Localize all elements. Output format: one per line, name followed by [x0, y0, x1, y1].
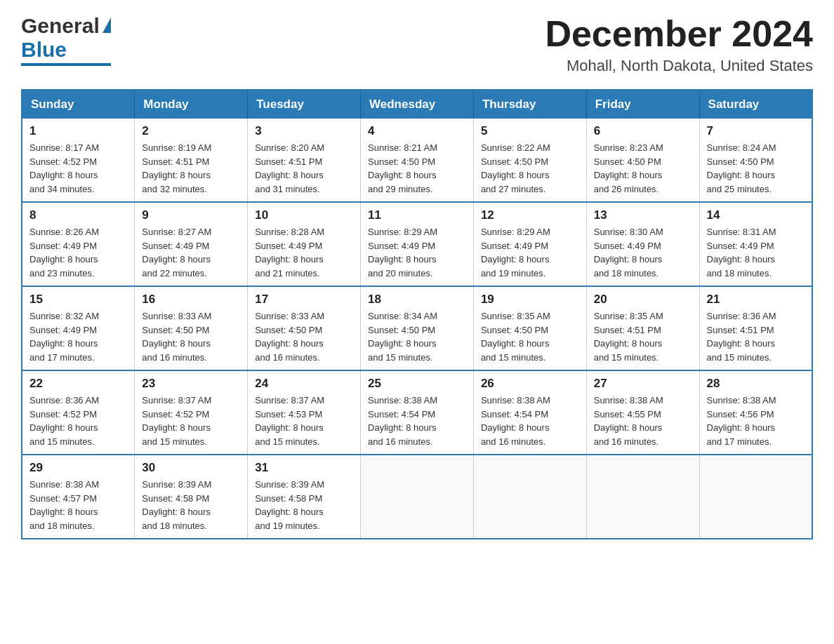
- day-info: Sunrise: 8:38 AM Sunset: 4:55 PM Dayligh…: [594, 394, 692, 448]
- table-row: 27 Sunrise: 8:38 AM Sunset: 4:55 PM Dayl…: [586, 370, 699, 455]
- table-row: 26 Sunrise: 8:38 AM Sunset: 4:54 PM Dayl…: [473, 370, 586, 455]
- day-info: Sunrise: 8:34 AM Sunset: 4:50 PM Dayligh…: [368, 309, 466, 364]
- day-number: 4: [368, 124, 466, 138]
- day-number: 9: [142, 208, 240, 222]
- calendar-week-2: 8 Sunrise: 8:26 AM Sunset: 4:49 PM Dayli…: [22, 202, 812, 286]
- day-info: Sunrise: 8:37 AM Sunset: 4:52 PM Dayligh…: [142, 394, 240, 448]
- day-number: 16: [142, 293, 240, 307]
- day-number: 13: [594, 208, 692, 222]
- calendar-week-3: 15 Sunrise: 8:32 AM Sunset: 4:49 PM Dayl…: [22, 286, 812, 370]
- day-number: 28: [707, 377, 805, 391]
- table-row: 15 Sunrise: 8:32 AM Sunset: 4:49 PM Dayl…: [22, 286, 135, 370]
- day-info: Sunrise: 8:28 AM Sunset: 4:49 PM Dayligh…: [255, 225, 353, 280]
- day-number: 26: [481, 377, 579, 391]
- calendar-week-1: 1 Sunrise: 8:17 AM Sunset: 4:52 PM Dayli…: [22, 119, 812, 202]
- header-wednesday: Wednesday: [361, 90, 474, 119]
- day-info: Sunrise: 8:33 AM Sunset: 4:50 PM Dayligh…: [142, 309, 240, 364]
- page-header: General Blue December 2024 Mohall, North…: [21, 14, 813, 75]
- title-section: December 2024 Mohall, North Dakota, Unit…: [545, 14, 813, 75]
- table-row: 23 Sunrise: 8:37 AM Sunset: 4:52 PM Dayl…: [135, 370, 248, 455]
- table-row: 31 Sunrise: 8:39 AM Sunset: 4:58 PM Dayl…: [248, 455, 361, 539]
- table-row: 12 Sunrise: 8:29 AM Sunset: 4:49 PM Dayl…: [473, 202, 586, 286]
- day-info: Sunrise: 8:23 AM Sunset: 4:50 PM Dayligh…: [594, 141, 692, 196]
- day-info: Sunrise: 8:29 AM Sunset: 4:49 PM Dayligh…: [481, 225, 579, 280]
- day-number: 15: [29, 293, 127, 307]
- day-info: Sunrise: 8:21 AM Sunset: 4:50 PM Dayligh…: [368, 141, 466, 196]
- table-row: 19 Sunrise: 8:35 AM Sunset: 4:50 PM Dayl…: [473, 286, 586, 370]
- day-number: 27: [594, 377, 692, 391]
- table-row: [361, 455, 474, 539]
- day-number: 10: [255, 208, 353, 222]
- table-row: 20 Sunrise: 8:35 AM Sunset: 4:51 PM Dayl…: [586, 286, 699, 370]
- day-info: Sunrise: 8:38 AM Sunset: 4:56 PM Dayligh…: [707, 394, 805, 448]
- table-row: 11 Sunrise: 8:29 AM Sunset: 4:49 PM Dayl…: [361, 202, 474, 286]
- table-row: 25 Sunrise: 8:38 AM Sunset: 4:54 PM Dayl…: [361, 370, 474, 455]
- header-tuesday: Tuesday: [248, 90, 361, 119]
- table-row: 13 Sunrise: 8:30 AM Sunset: 4:49 PM Dayl…: [586, 202, 699, 286]
- day-number: 3: [255, 124, 353, 138]
- day-info: Sunrise: 8:17 AM Sunset: 4:52 PM Dayligh…: [29, 141, 127, 196]
- header-thursday: Thursday: [473, 90, 586, 119]
- table-row: 2 Sunrise: 8:19 AM Sunset: 4:51 PM Dayli…: [135, 119, 248, 202]
- day-number: 23: [142, 377, 240, 391]
- day-info: Sunrise: 8:35 AM Sunset: 4:50 PM Dayligh…: [481, 309, 579, 364]
- table-row: 9 Sunrise: 8:27 AM Sunset: 4:49 PM Dayli…: [135, 202, 248, 286]
- calendar-week-4: 22 Sunrise: 8:36 AM Sunset: 4:52 PM Dayl…: [22, 370, 812, 455]
- day-info: Sunrise: 8:38 AM Sunset: 4:57 PM Dayligh…: [29, 478, 127, 532]
- calendar-header-row: Sunday Monday Tuesday Wednesday Thursday…: [22, 90, 812, 119]
- day-number: 18: [368, 293, 466, 307]
- table-row: 24 Sunrise: 8:37 AM Sunset: 4:53 PM Dayl…: [248, 370, 361, 455]
- day-info: Sunrise: 8:30 AM Sunset: 4:49 PM Dayligh…: [594, 225, 692, 280]
- day-info: Sunrise: 8:31 AM Sunset: 4:49 PM Dayligh…: [707, 225, 805, 280]
- table-row: [586, 455, 699, 539]
- logo: General Blue: [21, 14, 111, 66]
- table-row: 28 Sunrise: 8:38 AM Sunset: 4:56 PM Dayl…: [699, 370, 812, 455]
- logo-triangle-icon: [102, 18, 111, 33]
- day-number: 2: [142, 124, 240, 138]
- day-info: Sunrise: 8:22 AM Sunset: 4:50 PM Dayligh…: [481, 141, 579, 196]
- table-row: 21 Sunrise: 8:36 AM Sunset: 4:51 PM Dayl…: [699, 286, 812, 370]
- table-row: 3 Sunrise: 8:20 AM Sunset: 4:51 PM Dayli…: [248, 119, 361, 202]
- table-row: 7 Sunrise: 8:24 AM Sunset: 4:50 PM Dayli…: [699, 119, 812, 202]
- day-number: 7: [707, 124, 805, 138]
- day-info: Sunrise: 8:27 AM Sunset: 4:49 PM Dayligh…: [142, 225, 240, 280]
- day-info: Sunrise: 8:39 AM Sunset: 4:58 PM Dayligh…: [255, 478, 353, 532]
- table-row: 16 Sunrise: 8:33 AM Sunset: 4:50 PM Dayl…: [135, 286, 248, 370]
- logo-underline: [21, 63, 111, 66]
- table-row: 17 Sunrise: 8:33 AM Sunset: 4:50 PM Dayl…: [248, 286, 361, 370]
- table-row: 29 Sunrise: 8:38 AM Sunset: 4:57 PM Dayl…: [22, 455, 135, 539]
- logo-general-text: General: [21, 14, 100, 38]
- table-row: 22 Sunrise: 8:36 AM Sunset: 4:52 PM Dayl…: [22, 370, 135, 455]
- day-info: Sunrise: 8:37 AM Sunset: 4:53 PM Dayligh…: [255, 394, 353, 448]
- day-number: 20: [594, 293, 692, 307]
- day-number: 8: [29, 208, 127, 222]
- table-row: 5 Sunrise: 8:22 AM Sunset: 4:50 PM Dayli…: [473, 119, 586, 202]
- day-info: Sunrise: 8:35 AM Sunset: 4:51 PM Dayligh…: [594, 309, 692, 364]
- day-info: Sunrise: 8:24 AM Sunset: 4:50 PM Dayligh…: [707, 141, 805, 196]
- day-info: Sunrise: 8:19 AM Sunset: 4:51 PM Dayligh…: [142, 141, 240, 196]
- day-number: 29: [29, 461, 127, 475]
- day-info: Sunrise: 8:33 AM Sunset: 4:50 PM Dayligh…: [255, 309, 353, 364]
- day-info: Sunrise: 8:38 AM Sunset: 4:54 PM Dayligh…: [368, 394, 466, 448]
- header-monday: Monday: [135, 90, 248, 119]
- table-row: 8 Sunrise: 8:26 AM Sunset: 4:49 PM Dayli…: [22, 202, 135, 286]
- day-number: 6: [594, 124, 692, 138]
- day-info: Sunrise: 8:36 AM Sunset: 4:52 PM Dayligh…: [29, 394, 127, 448]
- day-number: 11: [368, 208, 466, 222]
- day-info: Sunrise: 8:39 AM Sunset: 4:58 PM Dayligh…: [142, 478, 240, 532]
- day-info: Sunrise: 8:26 AM Sunset: 4:49 PM Dayligh…: [29, 225, 127, 280]
- header-sunday: Sunday: [22, 90, 135, 119]
- table-row: [699, 455, 812, 539]
- day-number: 12: [481, 208, 579, 222]
- table-row: [473, 455, 586, 539]
- day-number: 22: [29, 377, 127, 391]
- location-subtitle: Mohall, North Dakota, United States: [545, 57, 813, 75]
- day-number: 14: [707, 208, 805, 222]
- table-row: 1 Sunrise: 8:17 AM Sunset: 4:52 PM Dayli…: [22, 119, 135, 202]
- table-row: 14 Sunrise: 8:31 AM Sunset: 4:49 PM Dayl…: [699, 202, 812, 286]
- day-number: 19: [481, 293, 579, 307]
- day-number: 30: [142, 461, 240, 475]
- table-row: 30 Sunrise: 8:39 AM Sunset: 4:58 PM Dayl…: [135, 455, 248, 539]
- day-info: Sunrise: 8:38 AM Sunset: 4:54 PM Dayligh…: [481, 394, 579, 448]
- table-row: 18 Sunrise: 8:34 AM Sunset: 4:50 PM Dayl…: [361, 286, 474, 370]
